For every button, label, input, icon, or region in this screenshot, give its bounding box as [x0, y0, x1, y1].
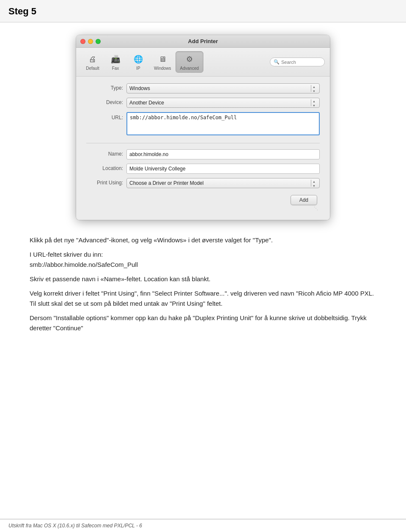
device-label: Device: — [86, 98, 126, 105]
print-using-stepper[interactable]: ▲ ▼ — [311, 180, 317, 186]
default-icon: 🖨 — [87, 53, 99, 65]
toolbar-fax[interactable]: 📠 Fax — [104, 52, 127, 72]
page-title: Steg 5 — [8, 6, 398, 17]
location-input[interactable] — [126, 164, 320, 174]
add-button[interactable]: Add — [291, 195, 317, 205]
toolbar-windows[interactable]: 🖥 Windows — [150, 52, 176, 72]
add-printer-window: Add Printer 🖨 Default 📠 Fax 🌐 IP 🖥 Windo… — [76, 35, 330, 220]
name-input[interactable] — [126, 149, 320, 159]
instruction-para1: Klikk på det nye "Advanced"-ikonet, og v… — [30, 235, 376, 245]
print-using-value: Choose a Driver or Printer Model — [129, 180, 203, 186]
minimize-button[interactable] — [88, 39, 93, 44]
url-control: smb://abbor.himolde.no/SafeCom_Pull — [126, 112, 320, 137]
url-input[interactable]: smb://abbor.himolde.no/SafeCom_Pull — [126, 112, 320, 135]
location-label: Location: — [86, 164, 126, 171]
device-stepper[interactable]: ▲ ▼ — [311, 99, 317, 106]
instruction-para4: Velg korrekt driver i feltet "Print Usin… — [30, 288, 376, 309]
title-bar: Add Printer — [76, 35, 330, 48]
instruction-para2-label: I URL-feltet skriver du inn: — [30, 251, 103, 258]
location-control — [126, 164, 320, 174]
footer-text: Utskrift fra Mac OS X (10.6.x) til Safec… — [8, 523, 142, 529]
print-using-select[interactable]: Choose a Driver or Printer Model ▲ ▼ — [126, 178, 320, 188]
toolbar-advanced-label: Advanced — [180, 66, 199, 71]
toolbar-windows-label: Windows — [154, 66, 171, 71]
window-title: Add Printer — [188, 38, 218, 44]
device-row: Device: Another Device ▲ ▼ — [86, 98, 320, 108]
resize-handle[interactable]: ⋱ — [86, 205, 320, 211]
search-icon: 🔍 — [274, 59, 280, 65]
type-control: Windows ▲ ▼ — [126, 83, 320, 93]
name-row: Name: — [86, 149, 320, 159]
print-using-control: Choose a Driver or Printer Model ▲ ▼ — [126, 178, 320, 188]
url-label: URL: — [86, 112, 126, 121]
device-value: Another Device — [129, 100, 164, 106]
close-button[interactable] — [80, 39, 85, 44]
dialog-body: Type: Windows ▲ ▼ Device: — [76, 77, 330, 220]
form-separator — [86, 143, 320, 143]
type-value: Windows — [129, 85, 150, 91]
page-header: Steg 5 — [0, 0, 406, 22]
device-control: Another Device ▲ ▼ — [126, 98, 320, 108]
toolbar-default[interactable]: 🖨 Default — [81, 52, 104, 72]
toolbar-fax-label: Fax — [112, 66, 119, 71]
maximize-button[interactable] — [96, 39, 101, 44]
fax-icon: 📠 — [110, 53, 121, 65]
url-row: URL: smb://abbor.himolde.no/SafeCom_Pull — [86, 112, 320, 137]
type-label: Type: — [86, 83, 126, 91]
type-stepper[interactable]: ▲ ▼ — [311, 85, 317, 92]
print-using-label: Print Using: — [86, 178, 126, 186]
type-select[interactable]: Windows ▲ ▼ — [126, 83, 320, 93]
windows-icon: 🖥 — [156, 53, 168, 65]
ip-icon: 🌐 — [132, 53, 144, 65]
device-select[interactable]: Another Device ▲ ▼ — [126, 98, 320, 108]
name-control — [126, 149, 320, 159]
instruction-para2: I URL-feltet skriver du inn: smb://abbor… — [30, 250, 376, 270]
page-footer: Utskrift fra Mac OS X (10.6.x) til Safec… — [0, 519, 406, 532]
dialog-footer: Add — [86, 192, 320, 205]
print-using-row: Print Using: Choose a Driver or Printer … — [86, 178, 320, 188]
page-content: Add Printer 🖨 Default 📠 Fax 🌐 IP 🖥 Windo… — [0, 22, 406, 519]
instruction-text: Klikk på det nye "Advanced"-ikonet, og v… — [30, 235, 376, 337]
name-label: Name: — [86, 149, 126, 157]
toolbar: 🖨 Default 📠 Fax 🌐 IP 🖥 Windows ⚙ Advance… — [76, 48, 330, 77]
toolbar-default-label: Default — [86, 66, 99, 71]
instruction-para3: Skriv et passende navn i «Name»-feltet. … — [30, 274, 376, 284]
location-row: Location: — [86, 164, 320, 174]
search-input[interactable] — [281, 60, 321, 65]
search-bar[interactable]: 🔍 — [270, 58, 325, 66]
advanced-icon: ⚙ — [184, 53, 195, 65]
form-section-bottom: Name: Location: Print Using: — [86, 149, 320, 188]
type-row: Type: Windows ▲ ▼ — [86, 83, 320, 93]
toolbar-ip[interactable]: 🌐 IP — [127, 52, 150, 72]
instruction-para2-value: smb://abbor.himolde.no/SafeCom_Pull — [30, 261, 138, 268]
instruction-para5: Dersom "Installable options" kommer opp … — [30, 313, 376, 333]
toolbar-ip-label: IP — [136, 66, 140, 71]
toolbar-advanced[interactable]: ⚙ Advanced — [176, 51, 203, 73]
form-section-top: Type: Windows ▲ ▼ Device: — [86, 83, 320, 137]
